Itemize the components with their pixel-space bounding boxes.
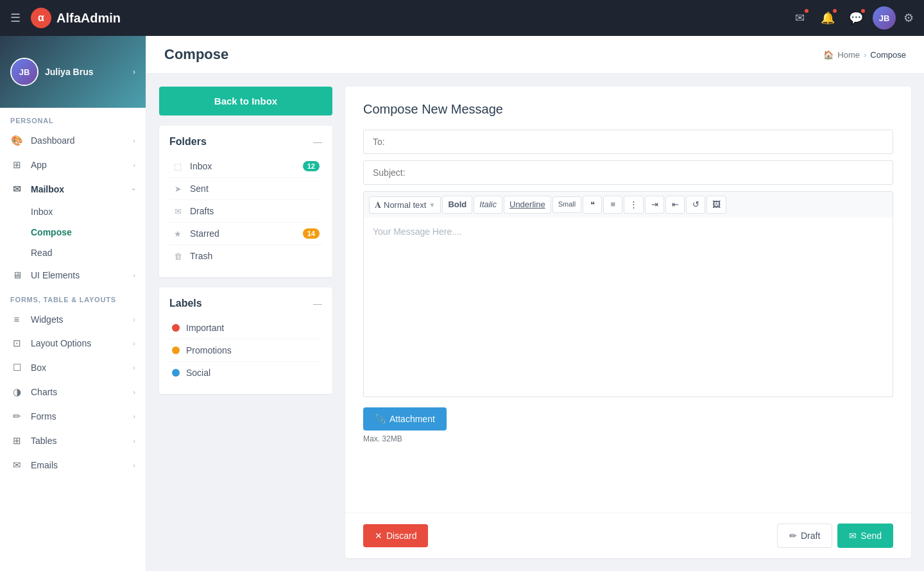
blockquote-button[interactable]: ❝ — [583, 196, 602, 214]
folder-item-inbox[interactable]: ⬚ Inbox 12 — [169, 155, 322, 178]
subject-field[interactable] — [363, 160, 893, 185]
breadcrumb: 🏠 Home › Compose — [823, 50, 906, 60]
chevron-down-icon: › — [130, 188, 138, 191]
emails-icon: ✉ — [10, 459, 23, 471]
section-label-personal: PERSONAL — [0, 108, 146, 128]
sidebar-item-mailbox[interactable]: ✉ Mailbox › — [0, 177, 146, 201]
back-to-inbox-button[interactable]: Back to Inbox — [159, 87, 332, 115]
sidebar-item-tables[interactable]: ⊞ Tables › — [0, 429, 146, 453]
folders-card: Folders — ⬚ Inbox 12 ➤ Sent ✉ Drafts — [159, 126, 332, 277]
draft-button[interactable]: ✏ Draft — [777, 524, 832, 548]
label-item-social[interactable]: Social — [169, 362, 322, 384]
underline-button[interactable]: Underline — [504, 196, 551, 214]
sidebar-item-label: Mailbox — [31, 184, 64, 194]
chevron-right-icon: › — [133, 161, 135, 169]
sidebar-item-label: Widgets — [31, 314, 64, 325]
mail-icon-btn[interactable]: ✉ — [788, 6, 811, 30]
bold-button[interactable]: Bold — [442, 196, 472, 214]
sidebar-item-charts[interactable]: ◑ Charts › — [0, 380, 146, 404]
sidebar-sub-compose[interactable]: Compose — [0, 222, 146, 243]
label-text: Social — [186, 368, 210, 378]
mailbox-icon: ✉ — [10, 183, 23, 195]
box-icon: ☐ — [10, 362, 23, 373]
chevron-right-icon: › — [133, 364, 135, 371]
sidebar-item-forms[interactable]: ✏ Forms › — [0, 404, 146, 429]
sent-icon: ➤ — [172, 184, 184, 194]
sidebar-sub-read[interactable]: Read — [0, 243, 146, 263]
indent-button[interactable]: ⇥ — [645, 196, 664, 214]
undo-button[interactable]: ↺ — [686, 196, 705, 214]
folders-card-header: Folders — — [169, 136, 322, 148]
drafts-icon: ✉ — [172, 207, 184, 216]
sidebar-user-profile[interactable]: JB Juliya Brus › — [0, 36, 146, 108]
folder-item-starred[interactable]: ★ Starred 14 — [169, 223, 322, 245]
read-sub-label: Read — [31, 248, 52, 258]
sidebar-item-widgets[interactable]: ≡ Widgets › — [0, 307, 146, 331]
tables-icon: ⊞ — [10, 435, 23, 447]
folder-label: Inbox — [190, 161, 212, 171]
chevron-right-icon: › — [133, 339, 135, 347]
list-ul-button[interactable]: ≡ — [603, 196, 622, 214]
message-textarea[interactable] — [363, 217, 893, 397]
to-field[interactable] — [363, 130, 893, 154]
sidebar-item-label: Charts — [31, 387, 57, 397]
sidebar-sub-inbox[interactable]: Inbox — [0, 201, 146, 222]
page-title: Compose — [164, 46, 228, 63]
sidebar-item-ui-elements[interactable]: 🖥 UI Elements › — [0, 263, 146, 287]
user-avatar[interactable]: JB — [873, 6, 896, 30]
sidebar-item-label: Forms — [31, 411, 56, 422]
charts-icon: ◑ — [10, 386, 23, 398]
chevron-right-icon: › — [133, 413, 135, 420]
hamburger-icon[interactable]: ☰ — [10, 11, 21, 25]
label-item-promotions[interactable]: Promotions — [169, 339, 322, 362]
folder-item-sent[interactable]: ➤ Sent — [169, 178, 322, 200]
attachment-button[interactable]: 📎 Attachment — [363, 407, 447, 430]
bell-icon-btn[interactable]: 🔔 — [816, 6, 839, 30]
list-ol-button[interactable]: ⋮ — [624, 196, 644, 214]
content-area: Compose 🏠 Home › Compose Back to Inbox F… — [146, 36, 924, 571]
home-icon: 🏠 — [823, 50, 834, 60]
folders-collapse-icon[interactable]: — — [313, 137, 322, 147]
compose-sub-label: Compose — [31, 227, 72, 237]
labels-collapse-icon[interactable]: — — [313, 298, 322, 309]
text-style-dropdown[interactable]: 𝐀 Normal text ▼ — [369, 196, 441, 214]
social-dot — [172, 369, 180, 377]
sidebar-item-dashboard[interactable]: 🎨 Dashboard › — [0, 128, 146, 153]
app-name: AlfaAdmin — [56, 11, 121, 26]
send-button[interactable]: ✉ Send — [837, 524, 893, 548]
sidebar-item-box[interactable]: ☐ Box › — [0, 355, 146, 380]
italic-button[interactable]: Italic — [474, 196, 502, 214]
folder-item-trash[interactable]: 🗑 Trash — [169, 245, 322, 267]
attachment-limit: Max. 32MB — [363, 434, 893, 443]
outdent-button[interactable]: ⇤ — [665, 196, 685, 214]
label-text: Promotions — [186, 345, 232, 355]
left-panel: Back to Inbox Folders — ⬚ Inbox 12 ➤ Sen… — [159, 87, 332, 558]
sidebar-item-layout[interactable]: ⊡ Layout Options › — [0, 331, 146, 355]
folder-item-drafts[interactable]: ✉ Drafts — [169, 200, 322, 223]
dashboard-icon: 🎨 — [10, 135, 23, 146]
forms-icon: ✏ — [10, 411, 23, 422]
text-style-label: Normal text — [384, 200, 426, 210]
app-icon: ⊞ — [10, 159, 23, 171]
promotions-dot — [172, 346, 180, 354]
send-label: Send — [860, 531, 882, 541]
chat-icon-btn[interactable]: 💬 — [844, 6, 868, 30]
breadcrumb-home[interactable]: Home — [837, 50, 860, 60]
image-button[interactable]: 🖼 — [706, 196, 726, 214]
compose-actions: ✕ Discard ✏ Draft ✉ Send — [345, 513, 911, 558]
chat-badge — [860, 8, 866, 14]
ui-icon: 🖥 — [10, 269, 23, 280]
discard-button[interactable]: ✕ Discard — [363, 524, 428, 547]
chevron-right-icon: › — [133, 461, 135, 469]
sidebar-item-label: Emails — [31, 460, 58, 470]
action-right-group: ✏ Draft ✉ Send — [777, 524, 893, 548]
small-button[interactable]: Small — [552, 196, 582, 212]
sidebar-item-app[interactable]: ⊞ App › — [0, 153, 146, 177]
folder-label: Starred — [190, 228, 219, 239]
sidebar-item-emails[interactable]: ✉ Emails › — [0, 453, 146, 477]
compose-inner: Compose New Message 𝐀 Normal text ▼ Bold… — [345, 87, 911, 513]
label-item-important[interactable]: Important — [169, 317, 322, 339]
gear-icon[interactable]: ⚙ — [903, 11, 914, 25]
app-logo: α AlfaAdmin — [31, 8, 788, 28]
chevron-right-icon: › — [133, 388, 135, 396]
